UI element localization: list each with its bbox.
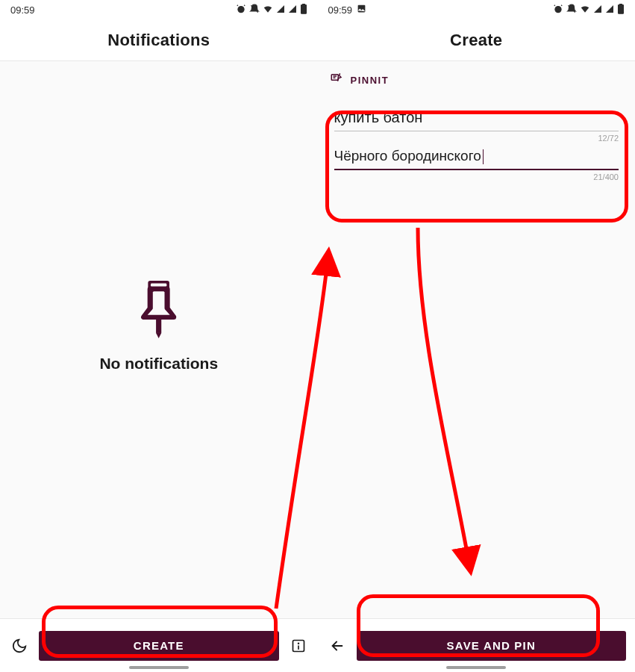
create-button[interactable]: CREATE (39, 631, 279, 661)
body-char-counter: 21/400 (593, 172, 619, 181)
page-title: Notifications (107, 31, 210, 50)
wifi-icon (263, 4, 273, 16)
svg-rect-2 (302, 4, 304, 4)
screen-create: 09:59 Create PINNIT купить батон 12/72 (318, 0, 636, 672)
title-input[interactable]: купить батон (334, 106, 619, 131)
status-bar: 09:59 (318, 0, 636, 19)
brand-label: PINNIT (351, 75, 390, 86)
alarm-icon (236, 4, 246, 16)
mute-icon (566, 4, 577, 16)
status-bar: 09:59 (0, 0, 318, 19)
signal-icon-2 (605, 4, 614, 16)
empty-state-text: No notifications (99, 355, 218, 373)
svg-rect-6 (156, 317, 161, 333)
svg-rect-3 (301, 9, 305, 13)
bottom-toolbar: CREATE (0, 618, 318, 672)
page-title: Create (450, 31, 502, 50)
title-char-counter: 12/72 (598, 134, 619, 143)
svg-rect-5 (151, 284, 166, 287)
save-and-pin-button[interactable]: SAVE AND PIN (357, 631, 627, 661)
text-cursor (483, 149, 484, 164)
pinnit-logo-icon (330, 72, 343, 88)
wifi-icon (580, 4, 590, 16)
status-time: 09:59 (10, 4, 35, 16)
nav-indicator (129, 666, 189, 669)
brand-row: PINNIT (318, 61, 636, 96)
nav-indicator (446, 666, 506, 669)
mute-icon (249, 4, 260, 16)
bottom-toolbar: SAVE AND PIN (318, 618, 636, 672)
note-input-card: купить батон 12/72 Чёрного бородинского … (325, 96, 628, 185)
empty-state: No notifications (99, 279, 218, 373)
content-area: No notifications (0, 61, 318, 618)
back-button[interactable] (327, 635, 348, 656)
svg-rect-13 (620, 4, 622, 4)
status-time: 09:59 (328, 4, 353, 16)
battery-icon (300, 4, 307, 16)
content-area: PINNIT купить батон 12/72 Чёрного бороди… (318, 61, 636, 618)
info-button[interactable] (288, 635, 309, 656)
app-header: Create (318, 19, 636, 61)
app-header: Notifications (0, 19, 318, 61)
pin-icon (137, 279, 181, 341)
status-icons (553, 4, 625, 16)
theme-toggle-button[interactable] (9, 635, 30, 656)
battery-icon (617, 4, 625, 16)
screen-notifications: 09:59 Notifications (0, 0, 318, 672)
signal-icon-2 (288, 4, 297, 16)
body-input[interactable]: Чёрного бородинского (334, 145, 619, 170)
save-and-pin-label: SAVE AND PIN (447, 639, 536, 652)
signal-icon (276, 4, 285, 16)
svg-rect-14 (619, 9, 623, 13)
alarm-icon (553, 4, 563, 16)
create-button-label: CREATE (134, 639, 184, 652)
status-icons (236, 4, 307, 16)
image-icon (357, 4, 366, 16)
signal-icon (593, 4, 602, 16)
